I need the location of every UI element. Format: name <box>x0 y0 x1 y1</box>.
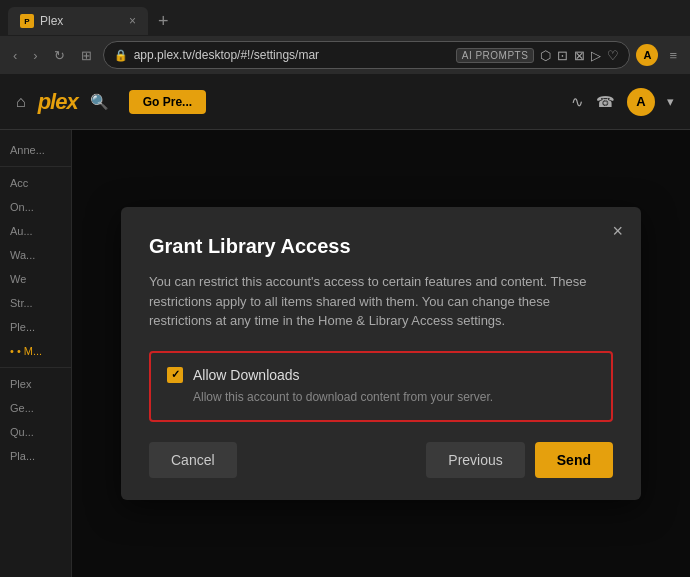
sidebar-item-ge[interactable]: Ge... <box>0 396 71 420</box>
cancel-button[interactable]: Cancel <box>149 442 237 478</box>
nav-extra-icon4: ▷ <box>591 48 601 63</box>
browser-menu-button[interactable]: ≡ <box>664 45 682 66</box>
nav-extra-icon1: ⬡ <box>540 48 551 63</box>
user-avatar[interactable]: A <box>627 88 655 116</box>
ai-prompts-badge[interactable]: AI PROMPTS <box>456 48 535 63</box>
sidebar-item-pla[interactable]: Pla... <box>0 444 71 468</box>
sidebar-item-m[interactable]: • M... <box>0 339 71 363</box>
option-label: Allow Downloads <box>193 367 300 383</box>
topbar-chevron[interactable]: ▾ <box>667 94 674 109</box>
option-description: Allow this account to download content f… <box>193 389 595 406</box>
tab-close-button[interactable]: × <box>129 14 136 28</box>
sidebar-divider <box>0 166 71 167</box>
search-icon[interactable]: 🔍 <box>90 93 109 111</box>
tab-title: Plex <box>40 14 63 28</box>
topbar-icons: ∿ ☎ A ▾ <box>571 88 674 116</box>
sidebar-item-acc[interactable]: Acc <box>0 171 71 195</box>
app-area: ⌂ plex 🔍 Go Pre... ∿ ☎ A ▾ Anne... Acc O… <box>0 74 690 577</box>
go-premium-button[interactable]: Go Pre... <box>129 90 206 114</box>
lock-icon: 🔒 <box>114 49 128 62</box>
sidebar-item-str[interactable]: Str... <box>0 291 71 315</box>
grant-library-access-modal: × Grant Library Access You can restrict … <box>121 207 641 499</box>
modal-title: Grant Library Access <box>149 235 613 258</box>
browser-nav-bar: ‹ › ↻ ⊞ 🔒 app.plex.tv/desktop/#!/setting… <box>0 36 690 74</box>
phone-icon: ☎ <box>596 93 615 111</box>
content-area: × Grant Library Access You can restrict … <box>72 130 690 577</box>
browser-tab-bar: P Plex × + <box>0 0 690 36</box>
option-row: ✓ Allow Downloads <box>167 367 595 383</box>
sidebar-item-qu[interactable]: Qu... <box>0 420 71 444</box>
browser-profile-avatar[interactable]: A <box>636 44 658 66</box>
send-button[interactable]: Send <box>535 442 613 478</box>
sidebar-item-ple[interactable]: Ple... <box>0 315 71 339</box>
browser-tab[interactable]: P Plex × <box>8 7 148 35</box>
address-text: app.plex.tv/desktop/#!/settings/mar <box>134 48 450 62</box>
allow-downloads-checkbox[interactable]: ✓ <box>167 367 183 383</box>
nav-extra-icon5: ♡ <box>607 48 619 63</box>
allow-downloads-option-box: ✓ Allow Downloads Allow this account to … <box>149 351 613 422</box>
sidebar-item-au[interactable]: Au... <box>0 219 71 243</box>
sidebar-item-anne[interactable]: Anne... <box>0 138 71 162</box>
activity-icon: ∿ <box>571 93 584 111</box>
nav-extra-icon2: ⊡ <box>557 48 568 63</box>
sidebar-item-on[interactable]: On... <box>0 195 71 219</box>
home-icon[interactable]: ⌂ <box>16 93 26 111</box>
reload-button[interactable]: ↻ <box>49 45 70 66</box>
sidebar: Anne... Acc On... Au... Wa... We Str... … <box>0 130 72 577</box>
plex-logo: plex <box>38 89 78 115</box>
sidebar-item-plex[interactable]: Plex <box>0 372 71 396</box>
previous-button[interactable]: Previous <box>426 442 524 478</box>
sidebar-divider2 <box>0 367 71 368</box>
modal-description: You can restrict this account's access t… <box>149 272 613 331</box>
address-bar[interactable]: 🔒 app.plex.tv/desktop/#!/settings/mar AI… <box>103 41 631 69</box>
plex-topbar: ⌂ plex 🔍 Go Pre... ∿ ☎ A ▾ <box>0 74 690 130</box>
main-layout: Anne... Acc On... Au... Wa... We Str... … <box>0 130 690 577</box>
modal-close-button[interactable]: × <box>612 221 623 242</box>
back-button[interactable]: ‹ <box>8 45 22 66</box>
nav-extra-icon3: ⊠ <box>574 48 585 63</box>
checkmark-icon: ✓ <box>171 368 180 381</box>
new-tab-button[interactable]: + <box>152 11 175 32</box>
tab-favicon: P <box>20 14 34 28</box>
sidebar-item-we[interactable]: We <box>0 267 71 291</box>
forward-button[interactable]: › <box>28 45 42 66</box>
grid-button[interactable]: ⊞ <box>76 45 97 66</box>
modal-overlay: × Grant Library Access You can restrict … <box>72 130 690 577</box>
modal-footer: Cancel Previous Send <box>149 442 613 478</box>
sidebar-item-wa[interactable]: Wa... <box>0 243 71 267</box>
